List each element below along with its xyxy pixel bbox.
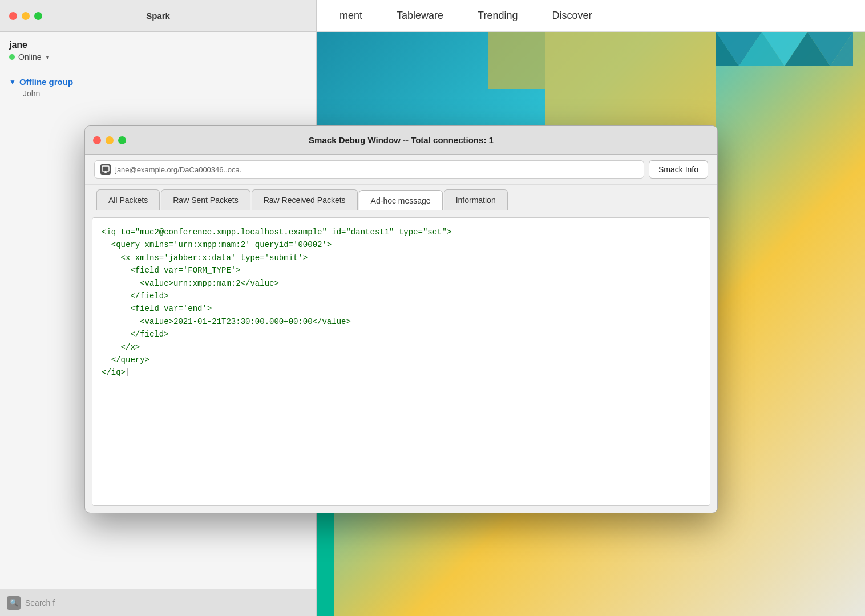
connection-value: jane@example.org/DaCa000346..oca. <box>115 165 241 174</box>
spark-title: Spark <box>146 11 170 21</box>
spark-contact-group: ▼ Offline group John <box>0 70 316 107</box>
xml-line-4: <field var='FORM_TYPE'> <box>102 264 701 277</box>
tabs-bar: All Packets Raw Sent Packets Raw Receive… <box>85 185 717 210</box>
minimize-button[interactable] <box>22 12 30 20</box>
xml-line-9: </field> <box>102 328 701 341</box>
tab-raw-sent[interactable]: Raw Sent Packets <box>161 189 250 210</box>
chevron-down-icon[interactable]: ▼ <box>45 54 50 60</box>
xml-line-10: </x> <box>102 341 701 354</box>
close-button[interactable] <box>9 12 17 20</box>
search-icon: 🔍 <box>7 596 21 610</box>
debug-window-title: Smack Debug Window -- Total connections:… <box>309 135 494 145</box>
debug-window-controls[interactable] <box>93 136 126 144</box>
spark-username: jane <box>9 40 307 50</box>
group-header[interactable]: ▼ Offline group <box>9 77 307 87</box>
spark-window-controls[interactable] <box>9 12 42 20</box>
spark-titlebar: Spark <box>0 0 316 32</box>
spark-status: Online ▼ <box>9 52 307 62</box>
nav-item-trending[interactable]: Trending <box>478 10 518 22</box>
search-bar: 🔍 Search f <box>0 589 316 616</box>
debug-maximize-button[interactable] <box>118 136 126 144</box>
xml-line-1: <iq to="muc2@conference.xmpp.localhost.e… <box>102 226 701 238</box>
xml-line-8: <value>2021-01-21T23:30:00.000+00:00</va… <box>102 315 701 328</box>
debug-titlebar: Smack Debug Window -- Total connections:… <box>85 126 717 155</box>
status-label: Online <box>18 52 41 62</box>
xml-line-6: </field> <box>102 290 701 302</box>
svg-rect-12 <box>102 166 109 171</box>
debug-close-button[interactable] <box>93 136 101 144</box>
xml-line-5: <value>urn:xmpp:mam:2</value> <box>102 277 701 290</box>
nav-item-ment[interactable]: ment <box>339 10 362 22</box>
xml-line-7: <field var='end'> <box>102 302 701 315</box>
maximize-button[interactable] <box>34 12 42 20</box>
smack-info-button[interactable]: Smack Info <box>649 160 708 179</box>
xml-line-3: <x xmlns='jabber:x:data' type='submit'> <box>102 252 701 264</box>
tab-adhoc-message[interactable]: Ad-hoc message <box>359 190 443 210</box>
debug-window: Smack Debug Window -- Total connections:… <box>84 125 718 513</box>
tab-information[interactable]: Information <box>444 189 508 210</box>
xml-display[interactable]: <iq to="muc2@conference.xmpp.localhost.e… <box>92 217 710 506</box>
spark-user-section: jane Online ▼ <box>0 32 316 70</box>
triangle-icon: ▼ <box>9 78 16 86</box>
nav-item-tableware[interactable]: Tableware <box>397 10 443 22</box>
contact-item-john[interactable]: John <box>9 87 307 100</box>
xml-line-2: <query xmlns='urn:xmpp:mam:2' queryid='0… <box>102 238 701 251</box>
status-indicator <box>9 54 15 60</box>
monitor-icon <box>102 165 110 173</box>
xml-line-12: </iq> <box>102 366 701 379</box>
background-navbar: ment Tableware Trending Discover <box>317 0 865 32</box>
connection-field[interactable]: jane@example.org/DaCa000346..oca. <box>94 160 644 179</box>
tab-all-packets[interactable]: All Packets <box>96 189 160 210</box>
connection-icon <box>100 164 111 175</box>
xml-line-11: </query> <box>102 354 701 366</box>
connection-bar: jane@example.org/DaCa000346..oca. Smack … <box>85 155 717 185</box>
svg-rect-8 <box>488 32 545 89</box>
search-placeholder: Search f <box>25 598 55 607</box>
group-name: Offline group <box>19 77 73 87</box>
tab-raw-received[interactable]: Raw Received Packets <box>252 189 358 210</box>
nav-item-discover[interactable]: Discover <box>552 10 592 22</box>
debug-minimize-button[interactable] <box>106 136 114 144</box>
debug-content: <iq to="muc2@conference.xmpp.localhost.e… <box>85 210 717 513</box>
